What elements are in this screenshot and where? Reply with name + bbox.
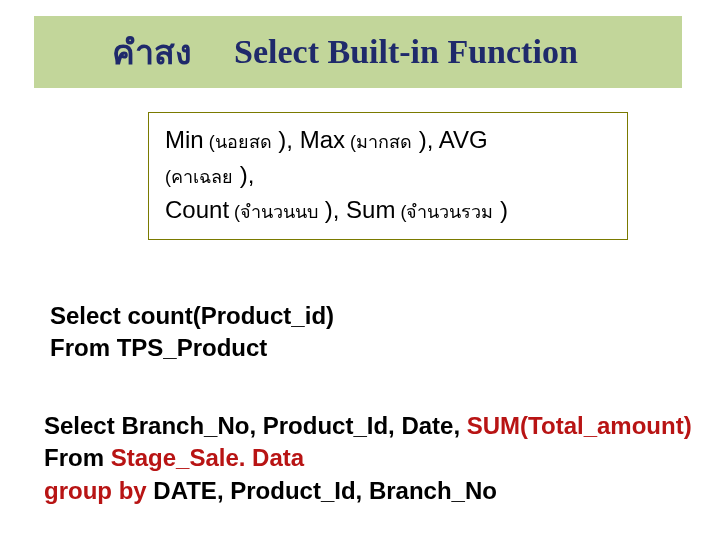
sql2-l3-tail: DATE, Product_Id, Branch_No — [147, 477, 497, 504]
sql2-l2-head: From — [44, 444, 111, 471]
fn-avg-thai: (คาเฉลย — [165, 167, 233, 187]
fn-count-thai: (จำนวนนบ — [229, 202, 318, 222]
sql1-line1: Select count(Product_id) — [50, 300, 334, 332]
fn-avg-close: ), — [233, 161, 254, 188]
fn-sum-close: ) — [493, 196, 508, 223]
sql1-line2: From TPS_Product — [50, 332, 334, 364]
fn-sum-thai: (จำนวนรวม — [395, 202, 493, 222]
sql-example-1: Select count(Product_id) From TPS_Produc… — [50, 300, 334, 365]
fn-min: Min — [165, 126, 204, 153]
sql2-sum-highlight: SUM(Total_amount) — [467, 412, 692, 439]
slide: คำสง Select Built-in Function Min (นอยสด… — [0, 0, 720, 540]
title-left: คำสง — [112, 25, 192, 79]
sql2-line1: Select Branch_No, Product_Id, Date, SUM(… — [44, 410, 692, 442]
func-line-3: Count (จำนวนนบ ), Sum (จำนวนรวม ) — [165, 193, 611, 228]
func-line-2: (คาเฉลย ), — [165, 158, 611, 193]
function-box: Min (นอยสด ), Max (มากสด ), AVG (คาเฉลย … — [148, 112, 628, 240]
title-bar: คำสง Select Built-in Function — [34, 16, 682, 88]
sql2-line3: group by DATE, Product_Id, Branch_No — [44, 475, 692, 507]
sql2-line2: From Stage_Sale. Data — [44, 442, 692, 474]
fn-count: Count — [165, 196, 229, 223]
fn-avg: ), AVG — [412, 126, 488, 153]
title-right: Select Built-in Function — [234, 33, 578, 71]
fn-sum: ), Sum — [318, 196, 395, 223]
sql-example-2: Select Branch_No, Product_Id, Date, SUM(… — [44, 410, 692, 507]
fn-min-thai: (นอยสด — [204, 132, 272, 152]
sql2-l1-head: Select Branch_No, Product_Id, Date, — [44, 412, 467, 439]
fn-max: ), Max — [272, 126, 345, 153]
func-line-1: Min (นอยสด ), Max (มากสด ), AVG — [165, 123, 611, 158]
sql2-groupby-highlight: group by — [44, 477, 147, 504]
sql2-table-highlight: Stage_Sale. Data — [111, 444, 304, 471]
fn-max-thai: (มากสด — [345, 132, 412, 152]
